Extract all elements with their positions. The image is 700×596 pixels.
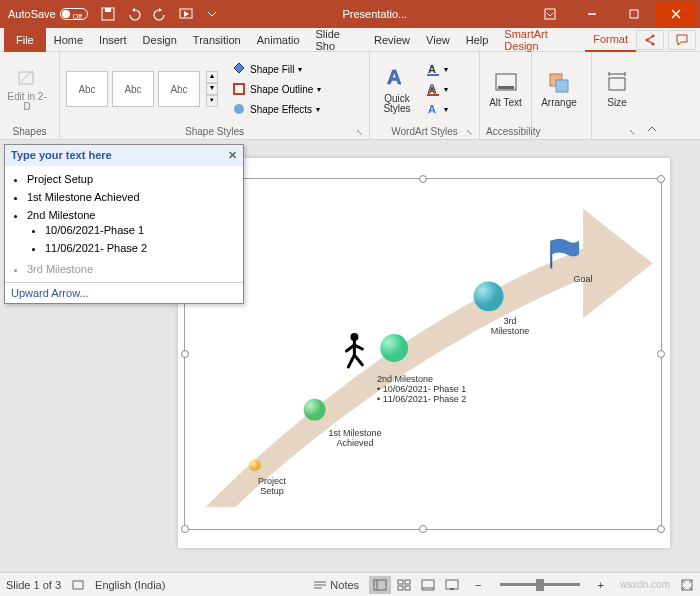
fit-window-icon[interactable] xyxy=(680,578,694,592)
tab-file[interactable]: File xyxy=(4,28,46,52)
svg-rect-35 xyxy=(374,580,386,590)
spellcheck-icon[interactable] xyxy=(71,578,85,592)
svg-rect-16 xyxy=(427,94,439,96)
zoom-thumb[interactable] xyxy=(536,579,544,591)
shape-effects-button[interactable]: Shape Effects▾ xyxy=(228,100,325,118)
tab-smartart-design[interactable]: SmartArt Design xyxy=(496,28,585,52)
group-shape-styles-label: Shape Styles⤡ xyxy=(66,124,363,139)
share-icon[interactable] xyxy=(636,30,664,50)
smartart-selection[interactable]: Project Setup 1st MilestoneAchieved 2nd … xyxy=(184,178,662,530)
svg-rect-39 xyxy=(398,586,403,590)
tab-help[interactable]: Help xyxy=(458,28,497,52)
text-pane-header: Type your text here ✕ xyxy=(5,145,243,166)
svg-point-28 xyxy=(380,334,408,362)
svg-text:A: A xyxy=(428,63,436,75)
ribbon-options-icon[interactable] xyxy=(530,2,570,26)
comments-icon[interactable] xyxy=(668,30,696,50)
tab-slideshow[interactable]: Slide Sho xyxy=(308,28,366,52)
text-pane-list[interactable]: Project Setup 1st Milestone Achieved 2nd… xyxy=(5,166,243,282)
notes-button[interactable]: Notes xyxy=(313,579,359,591)
goal-label: Goal xyxy=(563,275,603,285)
autosave-toggle[interactable]: AutoSave Off xyxy=(4,8,92,20)
language-indicator[interactable]: English (India) xyxy=(95,579,165,591)
quick-access-toolbar xyxy=(100,6,220,22)
save-icon[interactable] xyxy=(100,6,116,22)
tab-animations[interactable]: Animatio xyxy=(249,28,308,52)
list-item[interactable]: 10/06/2021-Phase 1 xyxy=(45,221,235,239)
gallery-down-icon[interactable]: ▼ xyxy=(206,83,218,95)
size-button[interactable]: Size xyxy=(598,70,636,108)
svg-rect-37 xyxy=(398,580,403,584)
milestone-label-1: Project Setup xyxy=(247,477,297,497)
sorter-view-icon[interactable] xyxy=(393,576,415,594)
toggle-switch[interactable]: Off xyxy=(60,8,88,20)
text-outline-button[interactable]: A▾ xyxy=(422,80,452,98)
svg-rect-40 xyxy=(405,586,410,590)
alt-text-button[interactable]: Alt Text xyxy=(486,70,525,108)
minimize-icon[interactable] xyxy=(572,2,612,26)
tab-review[interactable]: Review xyxy=(366,28,418,52)
smartart-text-pane[interactable]: Type your text here ✕ Project Setup 1st … xyxy=(4,144,244,304)
shape-style-preset-2[interactable]: Abc xyxy=(112,71,154,107)
reading-view-icon[interactable] xyxy=(417,576,439,594)
list-item[interactable]: 2nd Milestone 10/06/2021-Phase 1 11/06/2… xyxy=(27,206,235,260)
svg-point-11 xyxy=(234,104,244,114)
svg-rect-1 xyxy=(105,8,111,12)
window-controls xyxy=(530,2,696,26)
quick-styles-button[interactable]: A Quick Styles xyxy=(376,64,418,114)
svg-point-29 xyxy=(474,281,504,311)
close-icon[interactable] xyxy=(656,2,696,26)
slideshow-view-icon[interactable] xyxy=(441,576,463,594)
view-buttons xyxy=(369,576,463,594)
svg-rect-9 xyxy=(19,72,33,84)
shape-outline-button[interactable]: Shape Outline▾ xyxy=(228,80,325,98)
redo-icon[interactable] xyxy=(152,6,168,22)
zoom-out-icon[interactable]: − xyxy=(473,579,483,591)
chevron-down-icon[interactable] xyxy=(204,6,220,22)
slide-counter[interactable]: Slide 1 of 3 xyxy=(6,579,61,591)
list-item[interactable]: 11/06/2021- Phase 2 xyxy=(45,239,235,257)
normal-view-icon[interactable] xyxy=(369,576,391,594)
svg-rect-5 xyxy=(630,10,638,18)
undo-icon[interactable] xyxy=(126,6,142,22)
milestone-label-3: 2nd Milestone • 10/06/2021- Phase 1 • 11… xyxy=(377,375,497,405)
group-accessibility-label: Accessibility xyxy=(486,124,525,139)
svg-rect-19 xyxy=(498,86,514,89)
shape-style-preset-1[interactable]: Abc xyxy=(66,71,108,107)
edit-2d-button[interactable]: Edit in 2-D xyxy=(6,66,48,112)
shape-style-preset-3[interactable]: Abc xyxy=(158,71,200,107)
svg-point-27 xyxy=(304,399,326,421)
text-pane-footer: Upward Arrow... xyxy=(5,282,243,303)
tab-transitions[interactable]: Transition xyxy=(185,28,249,52)
zoom-in-icon[interactable]: + xyxy=(596,579,606,591)
svg-rect-14 xyxy=(427,74,439,76)
tab-view[interactable]: View xyxy=(418,28,458,52)
svg-point-8 xyxy=(652,42,655,45)
text-effects-button[interactable]: A▾ xyxy=(422,100,452,118)
slide-canvas[interactable]: Project Setup 1st MilestoneAchieved 2nd … xyxy=(178,158,670,548)
slideshow-icon[interactable] xyxy=(178,6,194,22)
svg-rect-21 xyxy=(556,80,568,92)
text-pane-close-icon[interactable]: ✕ xyxy=(228,149,237,162)
maximize-icon[interactable] xyxy=(614,2,654,26)
text-fill-button[interactable]: A▾ xyxy=(422,60,452,78)
zoom-slider[interactable] xyxy=(500,583,580,586)
gallery-up-icon[interactable]: ▲ xyxy=(206,71,218,83)
document-title: Presentatio... xyxy=(220,8,530,20)
tab-home[interactable]: Home xyxy=(46,28,91,52)
list-item[interactable]: 3rd Milestone xyxy=(27,260,235,278)
list-item[interactable]: Project Setup xyxy=(27,170,235,188)
tab-format[interactable]: Format xyxy=(585,28,636,52)
tab-design[interactable]: Design xyxy=(135,28,185,52)
list-item[interactable]: 1st Milestone Achieved xyxy=(27,188,235,206)
svg-text:A: A xyxy=(428,103,436,115)
milestone-label-2: 1st MilestoneAchieved xyxy=(320,429,390,449)
arrange-button[interactable]: Arrange xyxy=(538,70,580,108)
svg-point-7 xyxy=(652,34,655,37)
tab-insert[interactable]: Insert xyxy=(91,28,135,52)
title-bar: AutoSave Off Presentatio... xyxy=(0,0,700,28)
svg-point-6 xyxy=(646,38,649,41)
collapse-ribbon-icon[interactable] xyxy=(642,52,662,139)
shape-fill-button[interactable]: Shape Fill▾ xyxy=(228,60,325,78)
gallery-more-icon[interactable]: ▾ xyxy=(206,95,218,107)
